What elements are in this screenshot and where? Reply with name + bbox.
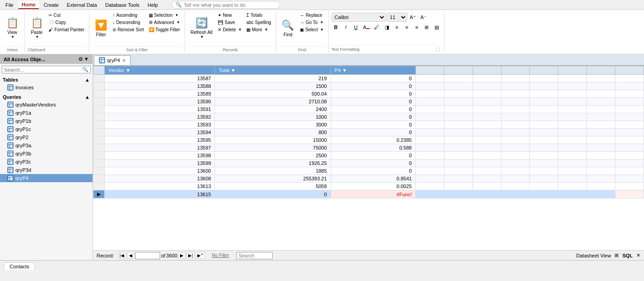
- bold-button[interactable]: B: [332, 23, 341, 32]
- delete-button[interactable]: ✕ Delete ▼: [216, 26, 244, 33]
- select-button[interactable]: ▣ Select ▼: [298, 26, 326, 33]
- contacts-tab[interactable]: Contacts: [4, 262, 35, 270]
- menu-external-data[interactable]: External Data: [63, 1, 101, 9]
- ribbon: 📋 View ▼ Views 📋 Paste ▼ ✂ Cut 📄 Copy: [0, 10, 644, 54]
- content-area: qryP4 ✕ Vendor ▼ Total ▼: [93, 54, 644, 260]
- find-button[interactable]: 🔍 Find: [279, 12, 297, 44]
- filter-button[interactable]: 🔽 Filter: [92, 12, 110, 44]
- ribbon-group-views: 📋 View ▼ Views: [0, 11, 25, 53]
- menu-create[interactable]: Create: [40, 1, 62, 9]
- paste-button[interactable]: 📋 Paste ▼: [28, 12, 46, 44]
- tell-me-bar[interactable]: 🔍: [171, 1, 280, 9]
- underline-button[interactable]: U: [351, 23, 361, 32]
- tell-me-input[interactable]: [184, 2, 276, 8]
- format-painter-button[interactable]: 🖌 Format Painter: [47, 26, 86, 33]
- cell-vendor: 13597: [105, 144, 215, 152]
- highlight-button[interactable]: 🖊: [372, 23, 381, 32]
- col-vendor[interactable]: Vendor ▼: [105, 66, 215, 75]
- text-formatting-expand[interactable]: ⬚: [434, 46, 441, 52]
- nav-item-qrymastervendors[interactable]: qryMasterVendors: [0, 101, 93, 109]
- font-color-button[interactable]: A▬: [361, 23, 371, 32]
- cell-total: 2710.08: [215, 98, 331, 106]
- cell-total: 255393.21: [215, 175, 331, 183]
- nav-search-input[interactable]: [4, 67, 82, 73]
- menu-home[interactable]: Home: [18, 1, 39, 9]
- bg-color-button[interactable]: ◨: [382, 23, 391, 32]
- tab-close-button[interactable]: ✕: [122, 58, 126, 63]
- search-input[interactable]: [236, 252, 273, 259]
- p4-sort-icon: ▼: [342, 68, 347, 73]
- alternate-row-button[interactable]: ▤: [432, 23, 441, 32]
- search-icon: 🔍: [176, 2, 182, 8]
- view-button[interactable]: 📋 View ▼: [3, 12, 21, 44]
- new-record-nav-button[interactable]: ▶*: [195, 252, 205, 259]
- nav-item-qryp1c[interactable]: qryP1c: [0, 125, 93, 133]
- cell-vendor: 13595: [105, 136, 215, 144]
- views-label: Views: [3, 46, 22, 52]
- remove-sort-button[interactable]: ⊘ Remove Sort: [111, 26, 146, 33]
- nav-header[interactable]: All Access Obje... ⊙ ▼: [0, 54, 93, 64]
- tables-header[interactable]: Tables ▲: [0, 76, 93, 83]
- save-button[interactable]: 💾 Save: [216, 19, 244, 26]
- totals-button[interactable]: Σ Totals: [244, 12, 273, 19]
- goto-button[interactable]: → Go To ▼: [298, 19, 326, 26]
- tab-qryp4[interactable]: qryP4 ✕: [94, 55, 131, 65]
- more-button[interactable]: ▦ More ▼: [244, 26, 273, 33]
- menu-help[interactable]: Help: [144, 1, 162, 9]
- cut-button[interactable]: ✂ Cut: [47, 12, 86, 19]
- view-icon-grid: ⊞: [615, 252, 619, 258]
- toggle-filter-button[interactable]: 🔽 Toggle Filter: [147, 26, 182, 33]
- nav-item-qryp4[interactable]: qryP4: [0, 174, 93, 182]
- col-p4[interactable]: P4 ▼: [331, 66, 415, 75]
- col-empty1: [415, 66, 444, 75]
- sort-filter-label: Sort & Filter: [92, 46, 182, 52]
- prev-record-button[interactable]: ◀: [127, 252, 134, 259]
- align-left-button[interactable]: ≡: [392, 23, 401, 32]
- italic-button[interactable]: I: [342, 23, 351, 32]
- grid-lines-button[interactable]: ⊞: [422, 23, 431, 32]
- first-record-button[interactable]: |◀: [118, 252, 127, 259]
- copy-button[interactable]: 📄 Copy: [47, 19, 86, 26]
- advanced-button[interactable]: ⚙ Advanced ▼: [147, 19, 182, 26]
- selection-button[interactable]: ▦ Selection ▼: [147, 12, 182, 19]
- font-select[interactable]: Calibri: [332, 13, 386, 22]
- nav-item-invoices[interactable]: Invoices: [0, 83, 93, 92]
- cell-p4: 0: [331, 90, 415, 98]
- row-selector: ▶: [93, 190, 105, 199]
- ascending-button[interactable]: ↑ Ascending: [111, 12, 146, 19]
- align-right-button[interactable]: ≡: [412, 23, 421, 32]
- col-total[interactable]: Total ▼: [215, 66, 331, 75]
- svg-rect-15: [8, 135, 13, 140]
- next-record-button[interactable]: ▶: [178, 252, 185, 259]
- menu-database-tools[interactable]: Database Tools: [102, 1, 143, 9]
- descending-button[interactable]: ↓ Descending: [111, 19, 146, 26]
- menu-file[interactable]: File: [2, 1, 17, 9]
- size-select[interactable]: 11: [387, 13, 407, 22]
- nav-item-qryp3b[interactable]: qryP3b: [0, 150, 93, 158]
- align-center-button[interactable]: ≡: [402, 23, 411, 32]
- new-record-button[interactable]: ✦ New: [216, 12, 244, 19]
- nav-item-qryp2[interactable]: qryP2: [0, 133, 93, 141]
- clipboard-label: Clipboard: [28, 46, 86, 52]
- no-filter-status[interactable]: No Filter: [212, 253, 229, 258]
- increase-font-button[interactable]: A⁺: [408, 13, 418, 22]
- col-empty4: [501, 66, 530, 75]
- record-label: Record:: [97, 253, 114, 258]
- nav-item-qryp3a[interactable]: qryP3a: [0, 141, 93, 150]
- record-number-input[interactable]: 3600: [135, 252, 160, 259]
- nav-item-qryp1a[interactable]: qryP1a: [0, 109, 93, 117]
- nav-item-qryp1b[interactable]: qryP1b: [0, 117, 93, 125]
- nav-item-qryp3d[interactable]: qryP3d: [0, 166, 93, 174]
- queries-header[interactable]: Queries ▲: [0, 93, 93, 101]
- status-right: Datasheet View ⊞ SQL ✕: [576, 252, 640, 258]
- cell-vendor: 13589: [105, 90, 215, 98]
- spelling-button[interactable]: abc Spelling: [244, 19, 273, 26]
- grid-container[interactable]: Vendor ▼ Total ▼ P4 ▼: [93, 66, 644, 250]
- descending-icon: ↓: [112, 20, 115, 25]
- datasheet-view-label: Datasheet View: [576, 253, 611, 258]
- nav-item-qryp3c[interactable]: qryP3c: [0, 158, 93, 166]
- replace-button[interactable]: ↔ Replace: [298, 12, 326, 19]
- last-record-button[interactable]: ▶|: [186, 252, 195, 259]
- decrease-font-button[interactable]: A⁻: [419, 13, 428, 22]
- refresh-all-button[interactable]: 🔄 Refresh All ▼: [188, 12, 215, 44]
